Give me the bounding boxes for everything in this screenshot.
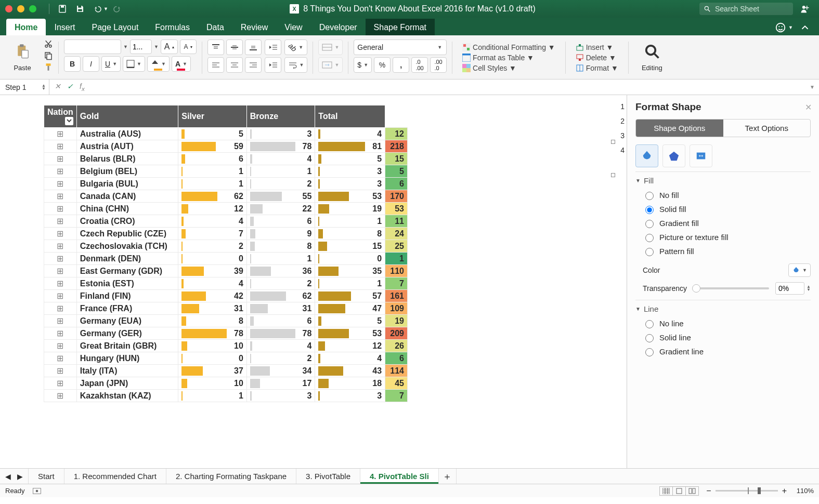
insert-cells-link[interactable]: Insert ▼ [576,42,618,52]
selection-handle[interactable] [611,173,615,177]
paste-icon[interactable] [15,44,30,59]
macro-record-icon[interactable] [32,487,42,495]
expand-formula-icon[interactable]: ▼ [810,84,819,90]
cell-styles-link[interactable]: Cell Styles ▼ [462,63,555,73]
fill-option-picture-or-texture-fill[interactable]: Picture or texture fill [643,230,811,244]
normal-view-button[interactable] [659,486,673,496]
editing-group[interactable]: Editing [634,39,670,76]
line-option-solid-line[interactable]: Solid line [643,330,811,344]
table-row[interactable]: ⊞Great Britain (GBR)1041226 [44,340,408,352]
expand-icon[interactable]: ⊞ [44,302,77,315]
table-row[interactable]: ⊞Finland (FIN)426257161 [44,290,408,302]
comma-button[interactable]: , [393,57,409,73]
tab-shape-format[interactable]: Shape Format [366,19,435,35]
table-row[interactable]: ⊞Hungary (HUN)0246 [44,352,408,365]
fx-icon[interactable]: fx [80,82,85,92]
zoom-in-button[interactable]: + [782,486,787,496]
size-tab-icon[interactable] [690,144,712,167]
expand-icon[interactable]: ⊞ [44,365,77,377]
expand-icon[interactable]: ⊞ [44,377,77,390]
currency-button[interactable]: $▼ [354,57,372,73]
decrease-indent-button[interactable] [265,39,281,55]
slicer-step-1[interactable]: 1 [620,102,625,111]
table-row[interactable]: ⊞Canada (CAN)625553170 [44,190,408,203]
page-layout-view-button[interactable] [672,486,686,496]
align-center-button[interactable] [226,57,243,73]
table-row[interactable]: ⊞Czech Republic (CZE)79824 [44,228,408,240]
sheet-tab[interactable]: 2. Charting Formating Taskpane [166,469,296,484]
sheet-tab[interactable]: 1. Recommended Chart [64,469,166,484]
worksheet-area[interactable]: NationGoldSilverBronzeTotal ⊞Australia (… [0,95,627,468]
table-row[interactable]: ⊞Estonia (EST)4217 [44,277,408,290]
fill-option-no-fill[interactable]: No fill [643,188,811,202]
collapse-ribbon-icon[interactable] [799,22,811,33]
column-header-bronze[interactable]: Bronze [246,105,315,128]
format-painter-icon[interactable] [44,62,53,72]
align-left-button[interactable] [207,57,224,73]
sheet-next-icon[interactable]: ▶ [17,472,23,481]
expand-icon[interactable]: ⊞ [44,327,77,340]
sheet-tab[interactable]: Start [29,469,64,484]
font-size-input[interactable] [130,39,152,54]
zoom-slider[interactable] [716,490,778,492]
bold-button[interactable]: B [64,56,81,72]
border-button[interactable]: ▼ [123,56,145,72]
expand-icon[interactable]: ⊞ [44,253,77,265]
search-box[interactable] [699,3,793,15]
expand-icon[interactable]: ⊞ [44,190,77,203]
line-option-no-line[interactable]: No line [643,316,811,330]
slicer-step-4[interactable]: 4 [620,146,625,154]
expand-icon[interactable]: ⊞ [44,128,77,140]
table-row[interactable]: ⊞Australia (AUS)53412 [44,128,408,140]
table-row[interactable]: ⊞Denmark (DEN)0101 [44,253,408,265]
underline-button[interactable]: U▼ [101,56,121,72]
name-box[interactable]: Step 1 ▲▼ [0,79,49,95]
table-row[interactable]: ⊞East Germany (GDR)393635110 [44,265,408,277]
fill-option-gradient-fill[interactable]: Gradient fill [643,216,811,230]
table-row[interactable]: ⊞Italy (ITA)373443114 [44,365,408,377]
search-input[interactable] [714,4,782,14]
cut-icon[interactable] [44,39,53,49]
italic-button[interactable]: I [83,56,99,72]
share-icon[interactable] [800,4,810,14]
decrease-decimal-button[interactable]: .00.0 [430,57,447,73]
expand-icon[interactable]: ⊞ [44,240,77,253]
copy-icon[interactable] [44,51,53,60]
table-row[interactable]: ⊞Japan (JPN)10171845 [44,377,408,390]
fill-color-button[interactable]: ▼ [147,56,170,72]
column-header-total[interactable]: Total [315,105,385,128]
tab-home[interactable]: Home [6,19,46,35]
add-sheet-button[interactable]: ＋ [439,469,457,484]
expand-icon[interactable]: ⊞ [44,215,77,228]
table-row[interactable]: ⊞France (FRA)313147109 [44,302,408,315]
delete-cells-link[interactable]: Delete ▼ [576,52,618,63]
expand-icon[interactable]: ⊞ [44,165,77,178]
table-row[interactable]: ⊞China (CHN)12221953 [44,203,408,215]
table-row[interactable]: ⊞Germany (EUA)86519 [44,315,408,327]
fill-section-header[interactable]: ▼Fill [635,171,811,188]
expand-icon[interactable]: ⊞ [44,140,77,153]
autosave-icon[interactable] [58,4,67,14]
table-row[interactable]: ⊞Kazakhstan (KAZ)1337 [44,390,408,402]
zoom-value[interactable]: 110% [791,487,814,495]
feedback-smiley-icon[interactable] [775,22,786,33]
expand-icon[interactable]: ⊞ [44,277,77,290]
cancel-formula-icon[interactable]: ✕ [55,82,61,92]
fill-option-solid-fill[interactable]: Solid fill [643,202,811,216]
expand-icon[interactable]: ⊞ [44,352,77,365]
fill-line-tab-icon[interactable] [635,144,658,167]
tab-data[interactable]: Data [198,19,232,35]
save-icon[interactable] [75,4,85,14]
sheet-prev-icon[interactable]: ◀ [5,472,11,481]
table-row[interactable]: ⊞Bulgaria (BUL)1236 [44,178,408,190]
increase-font-button[interactable]: A▴ [161,39,178,54]
expand-icon[interactable]: ⊞ [44,178,77,190]
format-cells-link[interactable]: Format ▼ [576,63,618,73]
fill-option-pattern-fill[interactable]: Pattern fill [643,244,811,258]
expand-icon[interactable]: ⊞ [44,390,77,402]
table-row[interactable]: ⊞Czechoslovakia (TCH)281525 [44,240,408,253]
increase-decimal-button[interactable]: .0.00 [411,57,428,73]
align-right-button[interactable] [245,57,262,73]
sheet-tab[interactable]: 3. PivotTable [296,469,360,484]
tab-review[interactable]: Review [232,19,276,35]
